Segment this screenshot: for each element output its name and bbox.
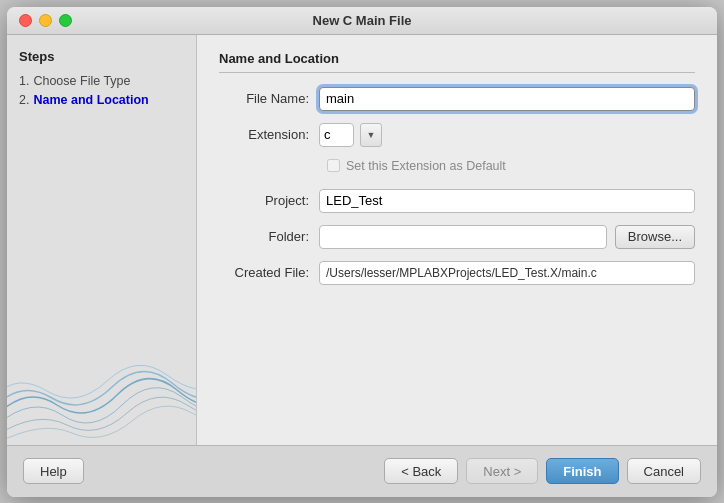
file-name-row: File Name: (219, 87, 695, 111)
traffic-lights (19, 14, 72, 27)
dialog-window: New C Main File Steps 1. Choose File Typ… (7, 7, 717, 497)
next-button[interactable]: Next > (466, 458, 538, 484)
form-area: File Name: Extension: ▼ Set this Extensi… (219, 87, 695, 285)
step-2: 2. Name and Location (19, 93, 184, 107)
project-input[interactable] (319, 189, 695, 213)
sidebar: Steps 1. Choose File Type 2. Name and Lo… (7, 35, 197, 445)
help-button[interactable]: Help (23, 458, 84, 484)
folder-row: Folder: Browse... (219, 225, 695, 249)
extension-input[interactable] (319, 123, 354, 147)
browse-button[interactable]: Browse... (615, 225, 695, 249)
file-name-label: File Name: (219, 91, 319, 106)
cancel-button[interactable]: Cancel (627, 458, 701, 484)
extension-controls: ▼ (319, 123, 382, 147)
minimize-button[interactable] (39, 14, 52, 27)
step-2-num: 2. (19, 93, 29, 107)
step-1-label: Choose File Type (33, 74, 130, 88)
close-button[interactable] (19, 14, 32, 27)
created-file-label: Created File: (219, 265, 319, 280)
maximize-button[interactable] (59, 14, 72, 27)
back-button[interactable]: < Back (384, 458, 458, 484)
created-file-value: /Users/lesser/MPLABXProjects/LED_Test.X/… (319, 261, 695, 285)
folder-label: Folder: (219, 229, 319, 244)
folder-input[interactable] (319, 225, 607, 249)
file-name-input[interactable] (319, 87, 695, 111)
footer: Help < Back Next > Finish Cancel (7, 445, 717, 497)
steps-list: 1. Choose File Type 2. Name and Location (19, 74, 184, 112)
default-extension-checkbox[interactable] (327, 159, 340, 172)
dialog-body: Steps 1. Choose File Type 2. Name and Lo… (7, 35, 717, 445)
wave-decoration (7, 325, 196, 445)
default-extension-row: Set this Extension as Default (219, 159, 695, 173)
project-row: Project: (219, 189, 695, 213)
step-1: 1. Choose File Type (19, 74, 184, 88)
extension-label: Extension: (219, 127, 319, 142)
step-2-label: Name and Location (33, 93, 148, 107)
extension-dropdown-button[interactable]: ▼ (360, 123, 382, 147)
main-content: Name and Location File Name: Extension: … (197, 35, 717, 445)
default-extension-label: Set this Extension as Default (346, 159, 506, 173)
window-title: New C Main File (313, 13, 412, 28)
titlebar: New C Main File (7, 7, 717, 35)
sidebar-title: Steps (19, 49, 184, 64)
section-title: Name and Location (219, 51, 695, 73)
created-file-row: Created File: /Users/lesser/MPLABXProjec… (219, 261, 695, 285)
project-label: Project: (219, 193, 319, 208)
finish-button[interactable]: Finish (546, 458, 618, 484)
extension-row: Extension: ▼ (219, 123, 695, 147)
step-1-num: 1. (19, 74, 29, 88)
